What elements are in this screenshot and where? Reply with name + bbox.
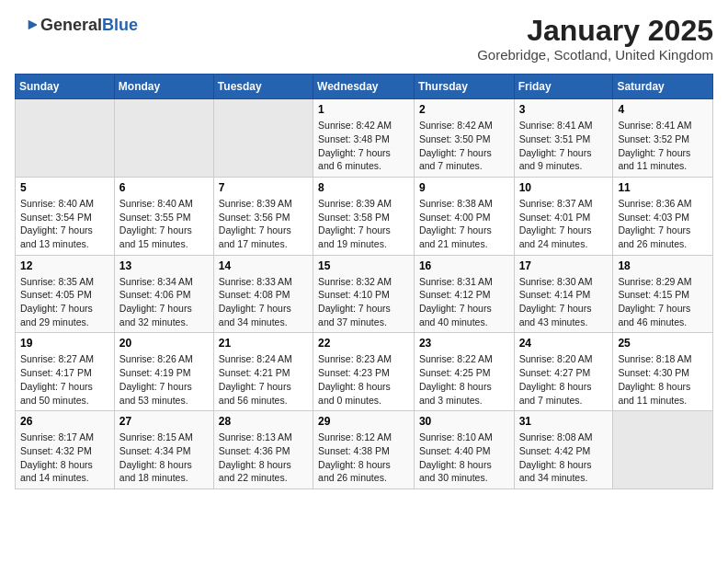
day-number: 29: [318, 415, 409, 428]
day-info: Sunrise: 8:33 AMSunset: 4:08 PMDaylight:…: [219, 275, 308, 329]
day-info: Sunrise: 8:38 AMSunset: 4:00 PMDaylight:…: [419, 197, 509, 251]
day-number: 8: [318, 181, 409, 194]
day-number: 6: [119, 181, 209, 194]
day-info: Sunrise: 8:36 AMSunset: 4:03 PMDaylight:…: [618, 197, 708, 251]
day-number: 21: [219, 337, 308, 350]
day-number: 19: [20, 337, 109, 350]
day-number: 12: [20, 259, 109, 272]
day-number: 2: [419, 103, 509, 116]
day-number: 25: [618, 337, 708, 350]
logo: ► GeneralBlue: [15, 15, 138, 37]
calendar-cell: 20Sunrise: 8:26 AMSunset: 4:19 PMDayligh…: [114, 333, 213, 411]
calendar-cell: 16Sunrise: 8:31 AMSunset: 4:12 PMDayligh…: [414, 255, 514, 333]
day-info: Sunrise: 8:29 AMSunset: 4:15 PMDaylight:…: [618, 275, 708, 329]
calendar-cell: [213, 99, 313, 178]
calendar-cell: 2Sunrise: 8:42 AMSunset: 3:50 PMDaylight…: [414, 99, 514, 178]
calendar-cell: 6Sunrise: 8:40 AMSunset: 3:55 PMDaylight…: [114, 177, 213, 255]
weekday-header-saturday: Saturday: [613, 75, 713, 99]
day-number: 7: [219, 181, 308, 194]
calendar-cell: 30Sunrise: 8:10 AMSunset: 4:40 PMDayligh…: [414, 411, 514, 489]
day-number: 17: [519, 259, 609, 272]
logo-general: GeneralBlue: [40, 17, 138, 35]
calendar-cell: 3Sunrise: 8:41 AMSunset: 3:51 PMDaylight…: [514, 99, 613, 178]
calendar-table: SundayMondayTuesdayWednesdayThursdayFrid…: [15, 74, 713, 489]
calendar-cell: 14Sunrise: 8:33 AMSunset: 4:08 PMDayligh…: [213, 255, 313, 333]
weekday-header-thursday: Thursday: [414, 75, 514, 99]
calendar-cell: 21Sunrise: 8:24 AMSunset: 4:21 PMDayligh…: [213, 333, 313, 411]
weekday-header-friday: Friday: [514, 75, 613, 99]
calendar-cell: [613, 411, 713, 489]
day-info: Sunrise: 8:12 AMSunset: 4:38 PMDaylight:…: [318, 431, 409, 485]
weekday-header-sunday: Sunday: [16, 75, 115, 99]
calendar-cell: 5Sunrise: 8:40 AMSunset: 3:54 PMDaylight…: [16, 177, 115, 255]
day-info: Sunrise: 8:39 AMSunset: 3:56 PMDaylight:…: [219, 197, 308, 251]
title-area: January 2025 Gorebridge, Scotland, Unite…: [477, 15, 713, 63]
day-number: 14: [219, 259, 308, 272]
day-info: Sunrise: 8:35 AMSunset: 4:05 PMDaylight:…: [20, 275, 109, 329]
day-info: Sunrise: 8:30 AMSunset: 4:14 PMDaylight:…: [519, 275, 609, 329]
day-info: Sunrise: 8:24 AMSunset: 4:21 PMDaylight:…: [219, 352, 308, 407]
day-number: 30: [419, 415, 509, 428]
day-info: Sunrise: 8:42 AMSunset: 3:50 PMDaylight:…: [419, 119, 509, 173]
day-info: Sunrise: 8:39 AMSunset: 3:58 PMDaylight:…: [318, 197, 409, 251]
day-number: 20: [119, 337, 209, 350]
day-info: Sunrise: 8:20 AMSunset: 4:27 PMDaylight:…: [519, 352, 609, 407]
day-number: 10: [519, 181, 609, 194]
day-info: Sunrise: 8:26 AMSunset: 4:19 PMDaylight:…: [119, 352, 209, 407]
calendar-cell: 1Sunrise: 8:42 AMSunset: 3:48 PMDaylight…: [313, 99, 415, 178]
day-number: 28: [219, 415, 308, 428]
calendar-cell: [16, 99, 115, 178]
day-info: Sunrise: 8:13 AMSunset: 4:36 PMDaylight:…: [219, 431, 308, 485]
day-number: 5: [20, 181, 109, 194]
day-info: Sunrise: 8:08 AMSunset: 4:42 PMDaylight:…: [519, 431, 609, 485]
calendar-cell: 18Sunrise: 8:29 AMSunset: 4:15 PMDayligh…: [613, 255, 713, 333]
day-info: Sunrise: 8:34 AMSunset: 4:06 PMDaylight:…: [119, 275, 209, 329]
page-header: ► GeneralBlue January 2025 Gorebridge, S…: [15, 15, 713, 63]
day-info: Sunrise: 8:41 AMSunset: 3:51 PMDaylight:…: [519, 119, 609, 173]
day-number: 22: [318, 337, 409, 350]
day-info: Sunrise: 8:27 AMSunset: 4:17 PMDaylight:…: [20, 352, 109, 407]
calendar-cell: 26Sunrise: 8:17 AMSunset: 4:32 PMDayligh…: [16, 411, 115, 489]
calendar-cell: 12Sunrise: 8:35 AMSunset: 4:05 PMDayligh…: [16, 255, 115, 333]
day-info: Sunrise: 8:22 AMSunset: 4:25 PMDaylight:…: [419, 352, 509, 407]
weekday-header-row: SundayMondayTuesdayWednesdayThursdayFrid…: [16, 75, 713, 99]
calendar-cell: 13Sunrise: 8:34 AMSunset: 4:06 PMDayligh…: [114, 255, 213, 333]
day-number: 18: [618, 259, 708, 272]
day-info: Sunrise: 8:40 AMSunset: 3:55 PMDaylight:…: [119, 197, 209, 251]
calendar-cell: 31Sunrise: 8:08 AMSunset: 4:42 PMDayligh…: [514, 411, 613, 489]
calendar-cell: 23Sunrise: 8:22 AMSunset: 4:25 PMDayligh…: [414, 333, 514, 411]
weekday-header-tuesday: Tuesday: [213, 75, 313, 99]
weekday-header-wednesday: Wednesday: [313, 75, 415, 99]
day-number: 16: [419, 259, 509, 272]
calendar-week-row: 1Sunrise: 8:42 AMSunset: 3:48 PMDaylight…: [16, 99, 713, 178]
calendar-cell: 24Sunrise: 8:20 AMSunset: 4:27 PMDayligh…: [514, 333, 613, 411]
calendar-cell: 11Sunrise: 8:36 AMSunset: 4:03 PMDayligh…: [613, 177, 713, 255]
day-number: 1: [318, 103, 409, 116]
day-number: 9: [419, 181, 509, 194]
calendar-week-row: 26Sunrise: 8:17 AMSunset: 4:32 PMDayligh…: [16, 411, 713, 489]
day-info: Sunrise: 8:42 AMSunset: 3:48 PMDaylight:…: [318, 119, 409, 173]
day-number: 24: [519, 337, 609, 350]
calendar-cell: [114, 99, 213, 178]
location-title: Gorebridge, Scotland, United Kingdom: [477, 47, 713, 63]
calendar-week-row: 19Sunrise: 8:27 AMSunset: 4:17 PMDayligh…: [16, 333, 713, 411]
calendar-cell: 27Sunrise: 8:15 AMSunset: 4:34 PMDayligh…: [114, 411, 213, 489]
day-info: Sunrise: 8:17 AMSunset: 4:32 PMDaylight:…: [20, 431, 109, 485]
calendar-cell: 9Sunrise: 8:38 AMSunset: 4:00 PMDaylight…: [414, 177, 514, 255]
day-info: Sunrise: 8:10 AMSunset: 4:40 PMDaylight:…: [419, 431, 509, 485]
day-info: Sunrise: 8:15 AMSunset: 4:34 PMDaylight:…: [119, 431, 209, 485]
day-info: Sunrise: 8:23 AMSunset: 4:23 PMDaylight:…: [318, 352, 409, 407]
day-number: 31: [519, 415, 609, 428]
calendar-cell: 10Sunrise: 8:37 AMSunset: 4:01 PMDayligh…: [514, 177, 613, 255]
month-title: January 2025: [477, 15, 713, 47]
day-number: 23: [419, 337, 509, 350]
day-info: Sunrise: 8:32 AMSunset: 4:10 PMDaylight:…: [318, 275, 409, 329]
logo-icon: ►: [15, 15, 37, 37]
calendar-cell: 17Sunrise: 8:30 AMSunset: 4:14 PMDayligh…: [514, 255, 613, 333]
day-info: Sunrise: 8:40 AMSunset: 3:54 PMDaylight:…: [20, 197, 109, 251]
calendar-cell: 29Sunrise: 8:12 AMSunset: 4:38 PMDayligh…: [313, 411, 415, 489]
calendar-cell: 15Sunrise: 8:32 AMSunset: 4:10 PMDayligh…: [313, 255, 415, 333]
day-info: Sunrise: 8:41 AMSunset: 3:52 PMDaylight:…: [618, 119, 708, 173]
day-info: Sunrise: 8:31 AMSunset: 4:12 PMDaylight:…: [419, 275, 509, 329]
day-info: Sunrise: 8:37 AMSunset: 4:01 PMDaylight:…: [519, 197, 609, 251]
